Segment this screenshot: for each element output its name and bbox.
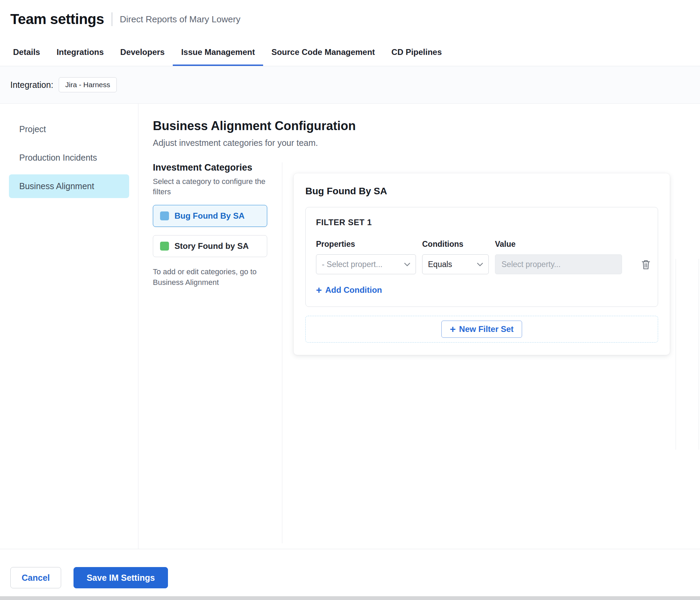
integration-chip[interactable]: Jira - Harness: [59, 77, 117, 92]
properties-select[interactable]: - Select propert...: [316, 254, 416, 274]
tab-integrations[interactable]: Integrations: [48, 38, 112, 66]
section-title: Business Alignment Configuration: [153, 119, 700, 133]
properties-column: Properties - Select propert...: [316, 240, 416, 274]
panel-edge-divider: [676, 259, 676, 450]
properties-select-placeholder: - Select propert...: [322, 260, 382, 269]
category-config-card: Bug Found By SA FILTER SET 1 Properties …: [294, 173, 670, 355]
settings-sidebar: Project Production Incidents Business Al…: [0, 104, 138, 549]
category-label: Bug Found By SA: [174, 211, 245, 221]
categories-description: Select a category to configure the filte…: [153, 176, 267, 197]
section-subtitle: Adjust investment categories for your te…: [153, 138, 700, 148]
filter-set-heading: FILTER SET 1: [316, 218, 647, 227]
new-filter-set-button[interactable]: + New Filter Set: [441, 321, 522, 338]
category-story-found-by-sa[interactable]: Story Found by SA: [153, 235, 267, 257]
main-panel: Business Alignment Configuration Adjust …: [138, 104, 700, 549]
add-condition-label: Add Condition: [325, 285, 382, 295]
integration-label: Integration:: [10, 80, 53, 90]
categories-heading: Investment Categories: [153, 162, 267, 173]
conditions-select-value: Equals: [428, 260, 452, 269]
config-columns: Investment Categories Select a category …: [153, 162, 700, 543]
bottom-strip: [0, 596, 700, 600]
trash-icon: [641, 266, 651, 271]
add-condition-button[interactable]: + Add Condition: [316, 285, 382, 295]
footer-actions: Cancel Save IM Settings: [0, 549, 700, 596]
conditions-label: Conditions: [422, 240, 489, 249]
save-button[interactable]: Save IM Settings: [74, 567, 168, 588]
category-bug-found-by-sa[interactable]: Bug Found By SA: [153, 205, 267, 227]
content-area: Project Production Incidents Business Al…: [0, 104, 700, 549]
card-title: Bug Found By SA: [305, 186, 658, 197]
chevron-down-icon: [477, 263, 483, 266]
tab-source-code-management[interactable]: Source Code Management: [263, 38, 383, 66]
sidebar-item-project[interactable]: Project: [9, 117, 129, 141]
title-separator: [112, 12, 112, 26]
tab-cd-pipelines[interactable]: CD Pipelines: [383, 38, 450, 66]
plus-icon: +: [316, 286, 322, 295]
value-column: Value: [495, 240, 622, 274]
team-settings-page: Team settings Direct Reports of Mary Low…: [0, 0, 700, 600]
tab-developers[interactable]: Developers: [112, 38, 173, 66]
page-title: Team settings: [10, 11, 104, 27]
tab-bar: Details Integrations Developers Issue Ma…: [0, 38, 700, 66]
category-color-swatch: [160, 211, 169, 220]
properties-label: Properties: [316, 240, 416, 249]
value-input[interactable]: [495, 254, 622, 274]
filter-config-column: Bug Found By SA FILTER SET 1 Properties …: [282, 162, 700, 543]
page-header: Team settings Direct Reports of Mary Low…: [0, 0, 700, 38]
chevron-down-icon: [404, 263, 410, 266]
scrollbar-edge[interactable]: [699, 259, 699, 450]
delete-condition-button[interactable]: [641, 259, 651, 270]
value-label: Value: [495, 240, 622, 249]
investment-categories-column: Investment Categories Select a category …: [153, 162, 282, 543]
cancel-button[interactable]: Cancel: [10, 567, 61, 588]
page-subtitle: Direct Reports of Mary Lowery: [120, 14, 240, 25]
plus-icon: +: [450, 325, 456, 334]
integration-bar: Integration: Jira - Harness: [0, 66, 700, 104]
filter-set-1: FILTER SET 1 Properties - Select propert…: [305, 207, 658, 307]
new-filter-set-label: New Filter Set: [459, 324, 514, 334]
tab-details[interactable]: Details: [5, 38, 48, 66]
category-color-swatch: [160, 242, 169, 251]
categories-note: To add or edit categories, go to Busines…: [153, 267, 267, 288]
sidebar-item-business-alignment[interactable]: Business Alignment: [9, 174, 129, 198]
category-label: Story Found by SA: [174, 241, 249, 251]
sidebar-item-production-incidents[interactable]: Production Incidents: [9, 146, 129, 170]
tab-issue-management[interactable]: Issue Management: [173, 38, 263, 66]
conditions-column: Conditions Equals: [422, 240, 489, 274]
conditions-select[interactable]: Equals: [422, 254, 489, 274]
new-filter-set-dropzone: + New Filter Set: [305, 316, 658, 343]
condition-row: Properties - Select propert...: [316, 240, 647, 274]
